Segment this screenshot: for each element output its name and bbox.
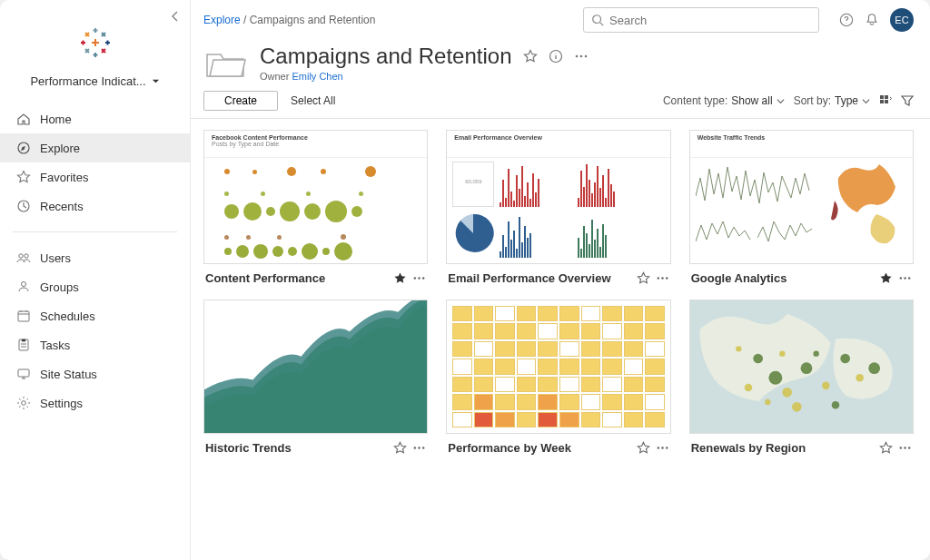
nav-groups[interactable]: Groups — [0, 272, 190, 301]
page-more-icon[interactable] — [574, 49, 589, 64]
search-box[interactable] — [583, 7, 819, 33]
svg-point-4 — [22, 282, 26, 287]
nav-admin: Users Groups Schedules Tasks Site Status… — [0, 240, 190, 421]
favorite-button[interactable] — [393, 271, 407, 285]
nav-users[interactable]: Users — [0, 243, 190, 272]
owner-link[interactable]: Emily Chen — [292, 71, 342, 82]
favorite-button[interactable] — [393, 441, 407, 455]
content-grid: Facebook Content PerformancePosts by Typ… — [203, 130, 914, 455]
card-more-button[interactable] — [898, 441, 912, 455]
card-title[interactable]: Historic Trends — [205, 441, 292, 455]
nav-tasks[interactable]: Tasks — [0, 330, 190, 359]
card-title[interactable]: Performance by Week — [448, 441, 571, 455]
favorite-button[interactable] — [879, 271, 893, 285]
toolbar: Create Select All Content type: Show all… — [191, 87, 930, 119]
topbar: Explore / Campaigns and Retention EC — [191, 0, 930, 36]
chevron-down-icon — [862, 97, 870, 105]
favorite-button[interactable] — [637, 441, 650, 455]
svg-point-51 — [904, 447, 905, 448]
app-logo — [80, 27, 111, 58]
card-thumbnail[interactable]: Email Performance Overview 60,059 — [446, 130, 670, 264]
nav-schedules[interactable]: Schedules — [0, 301, 190, 330]
nav-separator — [13, 231, 177, 232]
content-area: Facebook Content PerformancePosts by Typ… — [191, 119, 930, 560]
card-title[interactable]: Renewals by Region — [691, 441, 806, 455]
card-thumbnail[interactable]: Facebook Content PerformancePosts by Typ… — [203, 130, 428, 264]
card-thumbnail[interactable] — [446, 300, 670, 434]
svg-point-13 — [579, 55, 582, 58]
svg-point-2 — [19, 254, 23, 258]
svg-point-24 — [666, 277, 668, 279]
svg-point-30 — [422, 447, 424, 448]
svg-point-14 — [584, 55, 587, 58]
home-icon — [16, 112, 31, 126]
svg-point-45 — [792, 402, 802, 412]
svg-point-32 — [661, 447, 663, 448]
filter-button[interactable] — [901, 94, 914, 107]
card-more-button[interactable] — [898, 271, 912, 285]
collapse-sidebar-icon[interactable] — [168, 9, 183, 24]
svg-point-27 — [908, 277, 910, 279]
notifications-icon[interactable] — [865, 13, 879, 27]
svg-point-21 — [422, 277, 424, 279]
card-title[interactable]: Content Performance — [205, 271, 325, 285]
card-email-performance: Email Performance Overview 60,059 Email … — [446, 130, 670, 285]
breadcrumb-root[interactable]: Explore — [203, 14, 241, 26]
svg-point-50 — [900, 447, 902, 448]
svg-point-39 — [822, 382, 830, 390]
view-mode-button[interactable] — [879, 94, 892, 107]
nav-home[interactable]: Home — [0, 104, 190, 133]
nav-favorites[interactable]: Favorites — [0, 162, 190, 192]
svg-point-48 — [813, 350, 818, 356]
svg-rect-18 — [885, 100, 888, 103]
card-thumbnail[interactable]: Website Traffic Trends — [689, 130, 914, 264]
create-button[interactable]: Create — [203, 91, 278, 111]
owner-label: Owner — [260, 71, 289, 82]
card-content-performance: Facebook Content PerformancePosts by Typ… — [203, 130, 428, 285]
folder-icon — [203, 45, 247, 82]
svg-point-38 — [782, 388, 792, 398]
monitor-icon — [16, 367, 31, 381]
star-icon — [16, 170, 31, 184]
groups-icon — [16, 280, 31, 294]
info-icon[interactable] — [549, 49, 563, 64]
page-header: Campaigns and Retention Owner Emily Chen — [191, 36, 930, 87]
svg-point-31 — [657, 447, 658, 448]
help-icon[interactable] — [839, 13, 854, 27]
card-thumbnail[interactable]: Renewal Rate — [689, 300, 914, 434]
favorite-button[interactable] — [637, 271, 650, 285]
card-thumbnail[interactable] — [203, 300, 428, 434]
svg-point-29 — [419, 447, 420, 448]
card-more-button[interactable] — [412, 441, 426, 455]
svg-rect-15 — [880, 95, 884, 99]
card-title[interactable]: Email Performance Overview — [448, 271, 610, 285]
card-title[interactable]: Google Analytics — [691, 271, 787, 285]
nav-settings[interactable]: Settings — [0, 388, 190, 418]
svg-point-33 — [666, 447, 668, 448]
favorite-page-icon[interactable] — [523, 49, 538, 64]
favorite-button[interactable] — [879, 441, 893, 455]
clock-icon — [16, 199, 31, 213]
user-avatar[interactable]: EC — [890, 8, 914, 32]
nav-site-status[interactable]: Site Status — [0, 359, 190, 388]
svg-point-36 — [768, 371, 782, 385]
svg-rect-16 — [885, 95, 888, 99]
svg-point-37 — [800, 362, 812, 374]
sort-select[interactable]: Sort by: Type — [794, 94, 870, 107]
card-more-button[interactable] — [656, 271, 669, 285]
nav-explore[interactable]: Explore — [0, 133, 190, 162]
page-title: Campaigns and Retention — [260, 44, 512, 69]
sidebar: Performance Indicat... Home Explore Favo… — [0, 0, 191, 560]
svg-point-46 — [831, 401, 839, 409]
search-icon — [591, 14, 604, 26]
site-picker[interactable]: Performance Indicat... — [0, 69, 190, 101]
svg-point-12 — [575, 55, 578, 58]
nav-recents[interactable]: Recents — [0, 192, 190, 221]
main: Explore / Campaigns and Retention EC — [191, 0, 930, 560]
card-more-button[interactable] — [412, 271, 426, 285]
card-historic-trends: Historic Trends — [203, 300, 428, 455]
content-type-select[interactable]: Content type: Show all — [663, 94, 785, 107]
search-input[interactable] — [609, 14, 811, 27]
select-all-button[interactable]: Select All — [291, 94, 335, 107]
card-more-button[interactable] — [656, 441, 669, 455]
